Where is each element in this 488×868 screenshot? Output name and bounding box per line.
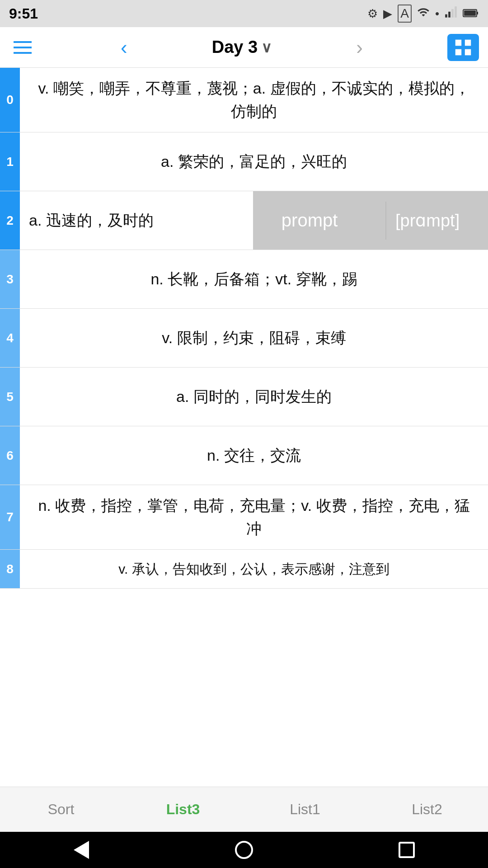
status-icons: ⚙ ▶ A • [367,5,479,23]
word-index-8: 8 [0,550,20,588]
svg-rect-1 [448,11,450,17]
svg-rect-5 [464,10,476,16]
word-index-0: 0 [0,68,20,132]
back-button[interactable]: ‹ [116,36,132,59]
grid-view-button[interactable] [447,34,479,61]
word-definition-6: n. 交往，交流 [20,426,488,485]
tab-list1[interactable]: List1 [244,787,366,832]
word-row[interactable]: 6 n. 交往，交流 [0,426,488,485]
svg-rect-0 [445,14,447,17]
wifi-icon [417,6,430,22]
back-triangle-icon [74,841,89,859]
recent-square-icon [399,842,415,858]
nav-bar: ‹ Day 3 ∨ › [0,27,488,68]
home-circle-icon [235,841,253,859]
word-definition-3: n. 长靴，后备箱；vt. 穿靴，踢 [20,250,488,308]
status-time: 9:51 [9,5,38,22]
word-definition-5: a. 同时的，同时发生的 [20,368,488,426]
word-definition-4: v. 限制，约束，阻碍，束缚 [20,309,488,367]
dot-icon: • [435,7,439,21]
word-index-3: 3 [0,250,20,308]
hamburger-button[interactable] [9,37,36,58]
word-index-5: 5 [0,368,20,426]
word-list: 0 v. 嘲笑，嘲弄，不尊重，蔑视；a. 虚假的，不诚实的，模拟的，仿制的 1 … [0,68,488,589]
word-row[interactable]: 0 v. 嘲笑，嘲弄，不尊重，蔑视；a. 虚假的，不诚实的，模拟的，仿制的 [0,68,488,132]
play-icon: ▶ [383,7,392,21]
word-index-7: 7 [0,485,20,549]
word-index-1: 1 [0,132,20,191]
word-definition-0: v. 嘲笑，嘲弄，不尊重，蔑视；a. 虚假的，不诚实的，模拟的，仿制的 [20,68,488,132]
svg-rect-6 [477,12,478,14]
nav-title-text: Day 3 [212,38,258,57]
battery-icon [463,7,479,21]
nav-title[interactable]: Day 3 ∨ [212,38,272,57]
android-recent-button[interactable] [393,836,420,863]
android-back-button[interactable] [68,836,95,863]
android-nav-bar [0,832,488,868]
word-row[interactable]: 4 v. 限制，约束，阻碍，束缚 [0,309,488,368]
word-index-4: 4 [0,309,20,367]
grid-icon [453,37,474,58]
bottom-tab-bar: Sort List3 List1 List2 [0,787,488,832]
word-row[interactable]: 2 a. 迅速的，及时的 prompt [prɑmpt] [0,191,488,250]
svg-rect-3 [455,6,457,17]
word-row[interactable]: 8 v. 承认，告知收到，公认，表示感谢，注意到 [0,550,488,589]
popup-phonetic-text: [prɑmpt] [385,202,469,240]
word-row[interactable]: 7 n. 收费，指控，掌管，电荷，充电量；v. 收费，指控，充电，猛冲 [0,485,488,550]
tab-list2[interactable]: List2 [366,787,488,832]
a-icon: A [398,5,412,23]
status-bar: 9:51 ⚙ ▶ A • [0,0,488,27]
word-row[interactable]: 1 a. 繁荣的，富足的，兴旺的 [0,132,488,191]
word-row[interactable]: 3 n. 长靴，后备箱；vt. 穿靴，踢 [0,250,488,309]
word-definition-7: n. 收费，指控，掌管，电荷，充电量；v. 收费，指控，充电，猛冲 [20,485,488,549]
word-definition-8: v. 承认，告知收到，公认，表示感谢，注意到 [20,550,488,588]
word-index-6: 6 [0,426,20,485]
forward-button[interactable]: › [352,36,367,59]
tab-sort[interactable]: Sort [0,787,122,832]
chevron-down-icon: ∨ [261,39,272,56]
word-index-2: 2 [0,191,20,250]
gear-icon: ⚙ [367,7,378,21]
tab-list3[interactable]: List3 [122,787,244,832]
popup-word-text: prompt [272,201,347,240]
word-definition-1: a. 繁荣的，富足的，兴旺的 [20,132,488,191]
android-home-button[interactable] [230,836,258,863]
svg-rect-2 [451,9,454,18]
signal-icon [445,6,457,22]
word-popup[interactable]: prompt [prɑmpt] [253,191,488,250]
word-row[interactable]: 5 a. 同时的，同时发生的 [0,368,488,426]
